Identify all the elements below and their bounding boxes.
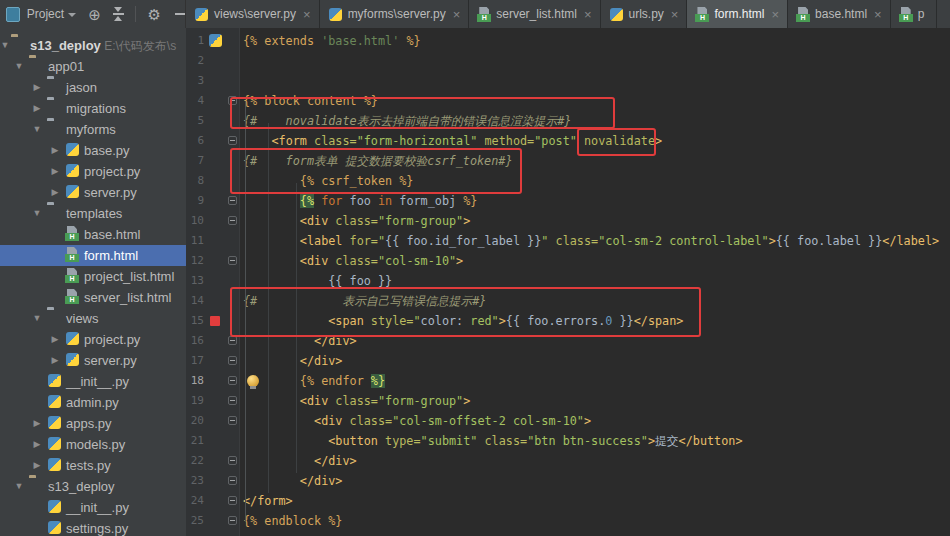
code-line[interactable]: 21 <button type="submit" class="btn btn-… bbox=[186, 431, 950, 451]
code-line[interactable]: 18 {% endfor %} bbox=[186, 371, 950, 391]
fold-end-icon[interactable] bbox=[228, 376, 237, 385]
tree-item-__init__.py[interactable]: __init__.py bbox=[0, 371, 186, 392]
fold-end-icon[interactable] bbox=[228, 496, 237, 505]
code-line[interactable]: 5{# novalidate表示去掉前端自带的错误信息渲染提示#} bbox=[186, 111, 950, 131]
collapsed-arrow-icon[interactable]: ▶ bbox=[32, 439, 42, 449]
code-line[interactable]: 23 </div> bbox=[186, 471, 950, 491]
code-line[interactable]: 16 </div> bbox=[186, 331, 950, 351]
tab-form.html[interactable]: Hform.html× bbox=[687, 0, 788, 28]
fold-open-icon[interactable] bbox=[228, 96, 237, 105]
code-line[interactable]: 11 <label for="{{ foo.id_for_label }}" c… bbox=[186, 231, 950, 251]
collapsed-arrow-icon[interactable]: ▶ bbox=[50, 145, 60, 155]
code-line[interactable]: 24</form> bbox=[186, 491, 950, 511]
collapsed-arrow-icon[interactable]: ▶ bbox=[50, 166, 60, 176]
tab-close-icon[interactable]: × bbox=[303, 8, 311, 21]
tree-item-s13_deploy[interactable]: ▼s13_deploy E:\代码发布\s bbox=[0, 35, 186, 56]
tab-p[interactable]: Hp bbox=[891, 0, 938, 28]
gear-icon[interactable]: ⚙ bbox=[148, 7, 161, 22]
code-line[interactable]: 17 </div> bbox=[186, 351, 950, 371]
collapsed-arrow-icon[interactable]: ▶ bbox=[50, 187, 60, 197]
fold-end-icon[interactable] bbox=[228, 476, 237, 485]
intention-bulb-icon[interactable] bbox=[247, 375, 259, 387]
expanded-arrow-icon[interactable]: ▼ bbox=[32, 208, 42, 218]
tree-item-views[interactable]: ▼views bbox=[0, 308, 186, 329]
tree-item-app01[interactable]: ▼app01 bbox=[0, 56, 186, 77]
fold-open-icon[interactable] bbox=[228, 416, 237, 425]
collapse-all-icon[interactable] bbox=[113, 7, 123, 21]
tab-myforms-server.py[interactable]: myforms\server.py× bbox=[320, 0, 470, 28]
fold-end-icon[interactable] bbox=[228, 356, 237, 365]
code-line[interactable]: 22 </div> bbox=[186, 451, 950, 471]
collapsed-arrow-icon[interactable]: ▶ bbox=[32, 82, 42, 92]
tree-item-__init__.py[interactable]: __init__.py bbox=[0, 497, 186, 518]
code-line[interactable]: 2 bbox=[186, 51, 950, 71]
tree-item-jason[interactable]: ▶jason bbox=[0, 77, 186, 98]
locate-icon[interactable]: ⊕ bbox=[88, 7, 101, 22]
tab-urls.py[interactable]: urls.py× bbox=[601, 0, 688, 28]
code-line[interactable]: 20 <div class="col-sm-offset-2 col-sm-10… bbox=[186, 411, 950, 431]
tree-item-project_list.html[interactable]: Hproject_list.html bbox=[0, 266, 186, 287]
code-line[interactable]: 9 {% for foo in form_obj %} bbox=[186, 191, 950, 211]
fold-end-icon[interactable] bbox=[228, 456, 237, 465]
code-line[interactable]: 8 {% csrf_token %} bbox=[186, 171, 950, 191]
tree-item-base.html[interactable]: Hbase.html bbox=[0, 224, 186, 245]
code-line[interactable]: 6 <form class="form-horizontal" method="… bbox=[186, 131, 950, 151]
collapsed-arrow-icon[interactable]: ▶ bbox=[50, 355, 60, 365]
code-line[interactable]: 25{% endblock %} bbox=[186, 511, 950, 531]
collapsed-arrow-icon[interactable]: ▶ bbox=[32, 103, 42, 113]
project-toolwindow-icon[interactable] bbox=[6, 7, 20, 22]
code-line[interactable]: 4{% block content %} bbox=[186, 91, 950, 111]
tab-close-icon[interactable]: × bbox=[671, 8, 679, 21]
tree-item-server_list.html[interactable]: Hserver_list.html bbox=[0, 287, 186, 308]
fold-open-icon[interactable] bbox=[228, 256, 237, 265]
tree-item-project.py[interactable]: ▶project.py bbox=[0, 161, 186, 182]
tree-item-templates[interactable]: ▼templates bbox=[0, 203, 186, 224]
chevron-down-icon[interactable] bbox=[68, 13, 76, 17]
tree-item-server.py[interactable]: ▶server.py bbox=[0, 182, 186, 203]
code-line[interactable]: 10 <div class="form-group"> bbox=[186, 211, 950, 231]
code-line[interactable]: 13 {{ foo }} bbox=[186, 271, 950, 291]
tab-base.html[interactable]: Hbase.html× bbox=[788, 0, 891, 28]
tree-item-form.html[interactable]: Hform.html bbox=[0, 245, 186, 266]
collapsed-arrow-icon[interactable]: ▶ bbox=[50, 334, 60, 344]
project-title[interactable]: Project bbox=[27, 7, 64, 21]
code-editor[interactable]: 1{% extends 'base.html' %}234{% block co… bbox=[186, 28, 950, 536]
fold-open-icon[interactable] bbox=[228, 216, 237, 225]
code-line[interactable]: 14{# 表示自己写错误信息提示#} bbox=[186, 291, 950, 311]
expanded-arrow-icon[interactable]: ▼ bbox=[14, 481, 24, 491]
collapsed-arrow-icon[interactable]: ▶ bbox=[32, 460, 42, 470]
code-line[interactable]: 19 <div class="form-group"> bbox=[186, 391, 950, 411]
expanded-arrow-icon[interactable]: ▼ bbox=[32, 124, 42, 134]
fold-open-icon[interactable] bbox=[228, 396, 237, 405]
code-line[interactable]: 3 bbox=[186, 71, 950, 91]
tab-close-icon[interactable]: × bbox=[874, 8, 882, 21]
red-marker-icon[interactable] bbox=[210, 316, 220, 326]
tree-item-tests.py[interactable]: ▶tests.py bbox=[0, 455, 186, 476]
expanded-arrow-icon[interactable]: ▼ bbox=[14, 61, 24, 71]
tree-item-models.py[interactable]: ▶models.py bbox=[0, 434, 186, 455]
expanded-arrow-icon[interactable]: ▼ bbox=[0, 40, 10, 50]
fold-open-icon[interactable] bbox=[228, 136, 237, 145]
fold-end-icon[interactable] bbox=[228, 336, 237, 345]
tree-item-server.py[interactable]: ▶server.py bbox=[0, 350, 186, 371]
tree-item-apps.py[interactable]: ▶apps.py bbox=[0, 413, 186, 434]
collapsed-arrow-icon[interactable]: ▶ bbox=[32, 418, 42, 428]
tree-item-admin.py[interactable]: admin.py bbox=[0, 392, 186, 413]
tab-close-icon[interactable]: × bbox=[771, 8, 779, 21]
code-line[interactable]: 7{# form表单 提交数据要校验csrf_token#} bbox=[186, 151, 950, 171]
tab-close-icon[interactable]: × bbox=[584, 8, 592, 21]
fold-open-icon[interactable] bbox=[228, 196, 237, 205]
fold-end-icon[interactable] bbox=[228, 516, 237, 525]
tab-views-server.py[interactable]: views\server.py× bbox=[186, 0, 320, 28]
tree-item-project.py[interactable]: ▶project.py bbox=[0, 329, 186, 350]
tree-item-migrations[interactable]: ▶migrations bbox=[0, 98, 186, 119]
tree-item-base.py[interactable]: ▶base.py bbox=[0, 140, 186, 161]
tree-item-myforms[interactable]: ▼myforms bbox=[0, 119, 186, 140]
tab-server_list.html[interactable]: Hserver_list.html× bbox=[469, 0, 600, 28]
code-line[interactable]: 12 <div class="col-sm-10"> bbox=[186, 251, 950, 271]
code-line[interactable]: 1{% extends 'base.html' %} bbox=[186, 31, 950, 51]
tab-close-icon[interactable]: × bbox=[453, 8, 461, 21]
tree-item-s13_deploy[interactable]: ▼s13_deploy bbox=[0, 476, 186, 497]
code-line[interactable]: 15 <span style="color: red">{{ foo.error… bbox=[186, 311, 950, 331]
tree-item-settings.py[interactable]: settings.py bbox=[0, 518, 186, 536]
